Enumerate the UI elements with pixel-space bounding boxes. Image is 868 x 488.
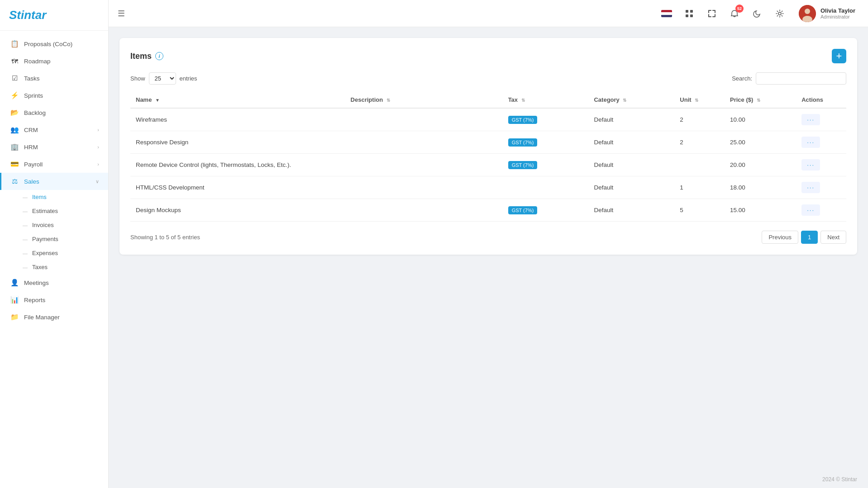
cell-tax: GST (7%) (503, 131, 589, 154)
gst-badge: GST (7%) (508, 161, 538, 169)
sales-icon: ⚖ (10, 177, 19, 185)
meetings-icon: 👤 (10, 279, 19, 287)
sidebar-nav: 📋 Proposals (CoCo) 🗺 Roadmap ☑ Tasks ⚡ S… (0, 31, 108, 488)
svg-rect-2 (686, 14, 688, 17)
cell-actions: ··· (796, 199, 846, 222)
chevron-right-icon: › (97, 161, 99, 167)
table-row: Responsive Design GST (7%) Default 2 25.… (130, 131, 846, 154)
menu-icon[interactable]: ☰ (118, 9, 125, 19)
cell-description (345, 199, 503, 222)
sidebar-subitem-payments[interactable]: Payments (0, 232, 108, 246)
grid-icon (685, 9, 693, 18)
row-action-button[interactable]: ··· (801, 204, 820, 216)
col-name[interactable]: Name ▼ (130, 92, 345, 108)
pagination-buttons: Previous 1 Next (762, 231, 846, 244)
header-icons: 52 (658, 5, 788, 22)
show-label: Show (130, 75, 145, 82)
sidebar-item-payroll[interactable]: 💳 Payroll › (0, 156, 108, 173)
entries-per-page-select[interactable]: 25 10 50 100 (149, 72, 176, 85)
dark-mode-icon-btn[interactable] (749, 5, 765, 22)
cell-tax: GST (7%) (503, 154, 589, 176)
expand-icon (708, 9, 716, 18)
cell-unit (674, 154, 725, 176)
row-action-button[interactable]: ··· (801, 114, 820, 125)
sidebar-item-backlog[interactable]: 📂 Backlog (0, 104, 108, 121)
sidebar-subitem-label: Estimates (32, 208, 58, 214)
sidebar: Stintar 📋 Proposals (CoCo) 🗺 Roadmap ☑ T… (0, 0, 109, 488)
sidebar-item-sales[interactable]: ⚖ Sales ∨ (0, 173, 108, 190)
cell-name: Remote Device Control (lights, Thermosta… (130, 154, 345, 176)
cell-name: HTML/CSS Development (130, 176, 345, 199)
page-1-button[interactable]: 1 (801, 231, 818, 244)
sidebar-subitem-invoices[interactable]: Invoices (0, 218, 108, 232)
info-icon[interactable]: i (155, 52, 163, 60)
col-price[interactable]: Price ($) ⇅ (725, 92, 796, 108)
card-header: Items i + (130, 49, 846, 63)
sidebar-item-sprints[interactable]: ⚡ Sprints (0, 87, 108, 104)
entries-label: entries (180, 75, 197, 82)
search-input[interactable] (756, 72, 846, 85)
user-info: Olivia Taylor Administrator (820, 7, 855, 19)
flag-icon-btn[interactable] (658, 5, 675, 22)
sidebar-item-proposals[interactable]: 📋 Proposals (CoCo) (0, 35, 108, 52)
col-tax[interactable]: Tax ⇅ (503, 92, 589, 108)
header: ☰ (109, 0, 868, 27)
page-title: Items (130, 52, 152, 61)
row-action-button[interactable]: ··· (801, 137, 820, 148)
row-action-button[interactable]: ··· (801, 159, 820, 171)
card-title: Items i (130, 52, 163, 61)
sidebar-item-label: File Manager (24, 314, 60, 321)
sort-icon: ⇅ (521, 98, 525, 103)
sidebar-item-label: HRM (24, 144, 38, 151)
previous-button[interactable]: Previous (762, 231, 798, 244)
logo-text: Stintar (9, 8, 46, 22)
expand-icon-btn[interactable] (704, 5, 720, 22)
sidebar-subitem-taxes[interactable]: Taxes (0, 260, 108, 274)
sidebar-subitem-estimates[interactable]: Estimates (0, 204, 108, 218)
sort-icon: ⇅ (386, 98, 390, 103)
sidebar-subitem-items[interactable]: Items (0, 190, 108, 204)
next-button[interactable]: Next (820, 231, 846, 244)
cell-category: Default (588, 154, 674, 176)
footer-text: 2024 © Stintar (822, 476, 857, 483)
show-entries-control: Show 25 10 50 100 entries (130, 72, 197, 85)
sidebar-item-reports[interactable]: 📊 Reports (0, 291, 108, 308)
footer: 2024 © Stintar (109, 471, 868, 488)
cell-actions: ··· (796, 154, 846, 176)
logo: Stintar (0, 0, 108, 31)
avatar-image (799, 5, 816, 22)
col-category[interactable]: Category ⇅ (588, 92, 674, 108)
col-actions: Actions (796, 92, 846, 108)
row-action-button[interactable]: ··· (801, 182, 820, 193)
table-header-row: Name ▼ Description ⇅ Tax ⇅ Category ⇅ Un (130, 92, 846, 108)
chevron-right-icon: › (97, 144, 99, 150)
cell-name: Design Mockups (130, 199, 345, 222)
sprints-icon: ⚡ (10, 91, 19, 99)
sidebar-item-hrm[interactable]: 🏢 HRM › (0, 138, 108, 156)
sidebar-item-tasks[interactable]: ☑ Tasks (0, 70, 108, 87)
table-row: Wireframes GST (7%) Default 2 10.00 ··· (130, 108, 846, 131)
sidebar-item-file-manager[interactable]: 📁 File Manager (0, 308, 108, 326)
sidebar-item-meetings[interactable]: 👤 Meetings (0, 274, 108, 291)
col-unit[interactable]: Unit ⇅ (674, 92, 725, 108)
sidebar-item-crm[interactable]: 👥 CRM › (0, 121, 108, 138)
user-profile[interactable]: Olivia Taylor Administrator (795, 3, 859, 24)
sidebar-item-roadmap[interactable]: 🗺 Roadmap (0, 52, 108, 70)
cell-unit: 2 (674, 131, 725, 154)
tasks-icon: ☑ (10, 74, 19, 82)
sidebar-item-label: Tasks (24, 75, 40, 82)
col-description[interactable]: Description ⇅ (345, 92, 503, 108)
grid-icon-btn[interactable] (681, 5, 697, 22)
cell-actions: ··· (796, 176, 846, 199)
svg-point-6 (805, 9, 810, 14)
cell-name: Responsive Design (130, 131, 345, 154)
sidebar-item-label: Sprints (24, 92, 43, 99)
svg-rect-3 (690, 14, 693, 17)
notification-icon-btn[interactable]: 52 (726, 5, 743, 22)
add-item-button[interactable]: + (832, 49, 846, 63)
sidebar-subitem-expenses[interactable]: Expenses (0, 246, 108, 260)
settings-icon-btn[interactable] (772, 5, 788, 22)
cell-tax: GST (7%) (503, 108, 589, 131)
notification-badge: 52 (735, 5, 744, 13)
sidebar-subitem-label: Payments (32, 236, 58, 242)
